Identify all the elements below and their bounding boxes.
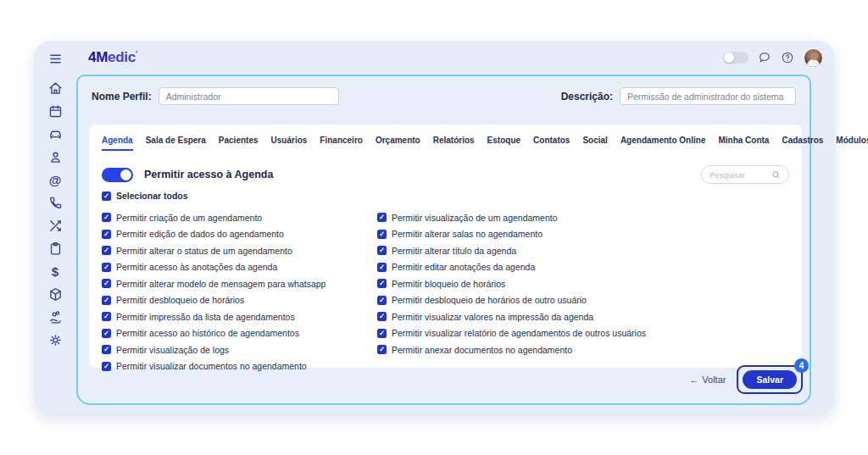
checkbox-checked-icon[interactable] [102, 263, 111, 272]
tab[interactable]: Estoque [487, 136, 520, 151]
permission-row: Permitir impressão da lista de agendamen… [102, 308, 377, 325]
tab[interactable]: Orçamento [376, 136, 420, 151]
tab[interactable]: Contatos [533, 136, 570, 151]
tutorial-step-badge: 4 [794, 358, 809, 373]
checkbox-checked-icon[interactable] [102, 362, 111, 371]
permission-label: Permitir visualização de logs [116, 345, 229, 355]
search-input[interactable] [709, 170, 771, 180]
checkbox-checked-icon[interactable] [377, 246, 387, 255]
permission-label: Permitir alterar título da agenda [392, 246, 516, 256]
permission-label: Permitir visualização de um agendamento [392, 213, 558, 223]
voltar-label: Voltar [702, 375, 726, 385]
package-icon[interactable] [34, 283, 76, 306]
shuffle-icon[interactable] [34, 214, 76, 237]
checkbox-checked-icon[interactable] [377, 345, 387, 354]
tab[interactable]: Pacientes [219, 136, 259, 151]
permission-label: Permitir visualizar relatório de agendam… [392, 328, 646, 338]
permission-row: Permitir acesso às anotações da agenda [102, 259, 377, 276]
profile-permissions-panel: Nome Perfil: Descrição: AgendaSala de Es… [76, 75, 811, 405]
permission-label: Permitir visualizar documentos no agenda… [116, 361, 307, 371]
dollar-icon[interactable]: $ [34, 260, 76, 283]
profile-form-row: Nome Perfil: Descrição: [92, 87, 796, 105]
permissions-grid: Permitir criação de um agendamento Permi… [89, 209, 802, 375]
checkbox-checked-icon[interactable] [377, 312, 387, 321]
home-icon[interactable] [34, 77, 76, 100]
checkbox-checked-icon[interactable] [102, 329, 111, 338]
search-icon [771, 170, 781, 180]
descricao-input[interactable] [620, 87, 796, 105]
permission-row: Permitir alterar salas no agendamento [377, 226, 646, 243]
phone-icon[interactable] [34, 191, 76, 214]
search-box[interactable] [701, 165, 789, 184]
select-all-row: Selecionar todos [89, 191, 802, 201]
theme-toggle[interactable] [723, 52, 748, 64]
tab[interactable]: Agenda [102, 136, 133, 151]
checkbox-checked-icon[interactable] [102, 345, 111, 354]
permissions-card: AgendaSala de EsperaPacientesUsuáriosFin… [89, 125, 802, 368]
help-icon[interactable] [781, 51, 794, 64]
permission-row: Permitir alterar o status de um agendame… [102, 242, 377, 259]
voltar-link[interactable]: ← Voltar [689, 375, 726, 385]
permission-label: Permitir criação de um agendamento [116, 213, 262, 223]
tab[interactable]: Relatórios [433, 136, 475, 151]
tab[interactable]: Sala de Espera [146, 136, 206, 151]
permission-row: Permitir desbloqueio de horários de outr… [377, 292, 646, 309]
calendar-icon[interactable] [34, 100, 76, 123]
checkbox-checked-icon[interactable] [102, 279, 111, 288]
top-header: 4Medic’ [76, 41, 835, 75]
permission-label: Permitir anexar documentos no agendament… [392, 345, 572, 355]
permission-row: Permitir criação de um agendamento [102, 209, 377, 226]
permission-label: Permitir desbloqueio de horários [116, 295, 244, 305]
tab[interactable]: Minha Conta [718, 136, 769, 151]
user-icon[interactable] [34, 146, 76, 169]
select-all-checkbox[interactable] [102, 191, 111, 201]
checkbox-checked-icon[interactable] [102, 296, 111, 305]
page: @ $ 4Medic’ [0, 0, 868, 455]
at-icon[interactable]: @ [34, 169, 76, 191]
permission-row: Permitir visualizar valores na impressão… [377, 308, 646, 325]
permission-label: Permitir bloqueio de horários [392, 279, 505, 289]
tab[interactable]: Agendamento Online [620, 136, 706, 151]
checkbox-checked-icon[interactable] [102, 230, 111, 239]
tab[interactable]: Módulos [836, 136, 868, 151]
select-all-label: Selecionar todos [116, 191, 188, 201]
tab[interactable]: Usuários [271, 136, 308, 151]
car-icon[interactable] [34, 123, 76, 146]
agenda-access-toggle[interactable] [102, 168, 133, 182]
permission-label: Permitir alterar modelo de mensagem para… [116, 279, 326, 289]
checkbox-checked-icon[interactable] [377, 213, 387, 222]
permission-label: Permitir editar anotações da agenda [392, 262, 535, 272]
checkbox-checked-icon[interactable] [377, 329, 387, 338]
permission-row: Permitir bloqueio de horários [377, 275, 646, 292]
nome-perfil-label: Nome Perfil: [92, 91, 152, 103]
permission-label: Permitir acesso às anotações da agenda [116, 262, 277, 272]
tab[interactable]: Cadastros [782, 136, 823, 151]
checkbox-checked-icon[interactable] [377, 230, 387, 239]
clipboard-icon[interactable] [34, 237, 76, 260]
permission-row: Permitir alterar modelo de mensagem para… [102, 275, 377, 292]
checkbox-checked-icon[interactable] [377, 279, 387, 288]
user-avatar[interactable] [804, 48, 823, 68]
tab[interactable]: Financeiro [320, 136, 363, 151]
chat-bubble-icon[interactable] [758, 51, 771, 64]
permission-row: Permitir visualização de um agendamento [377, 209, 646, 226]
hand-coins-icon[interactable] [34, 306, 76, 329]
permission-label: Permitir acesso ao histórico de agendame… [116, 328, 299, 338]
agenda-access-row: Permitir acesso à Agenda [89, 165, 802, 184]
checkbox-checked-icon[interactable] [102, 213, 111, 222]
permission-list-right: Permitir visualização de um agendamento … [377, 209, 646, 375]
checkbox-checked-icon[interactable] [377, 263, 387, 272]
menu-icon[interactable] [34, 47, 76, 69]
permission-label: Permitir visualizar valores na impressão… [392, 312, 593, 322]
checkbox-checked-icon[interactable] [377, 296, 387, 305]
gear-icon[interactable] [34, 329, 76, 352]
permission-label: Permitir impressão da lista de agendamen… [116, 312, 295, 322]
nome-perfil-input[interactable] [159, 87, 339, 105]
checkbox-checked-icon[interactable] [102, 312, 111, 321]
agenda-access-label: Permitir acesso à Agenda [144, 169, 273, 180]
salvar-button[interactable]: Salvar [743, 370, 797, 389]
tab[interactable]: Social [582, 136, 607, 151]
app-logo: 4Medic’ [88, 49, 137, 66]
checkbox-checked-icon[interactable] [102, 246, 111, 255]
sidebar: @ $ [34, 41, 76, 415]
